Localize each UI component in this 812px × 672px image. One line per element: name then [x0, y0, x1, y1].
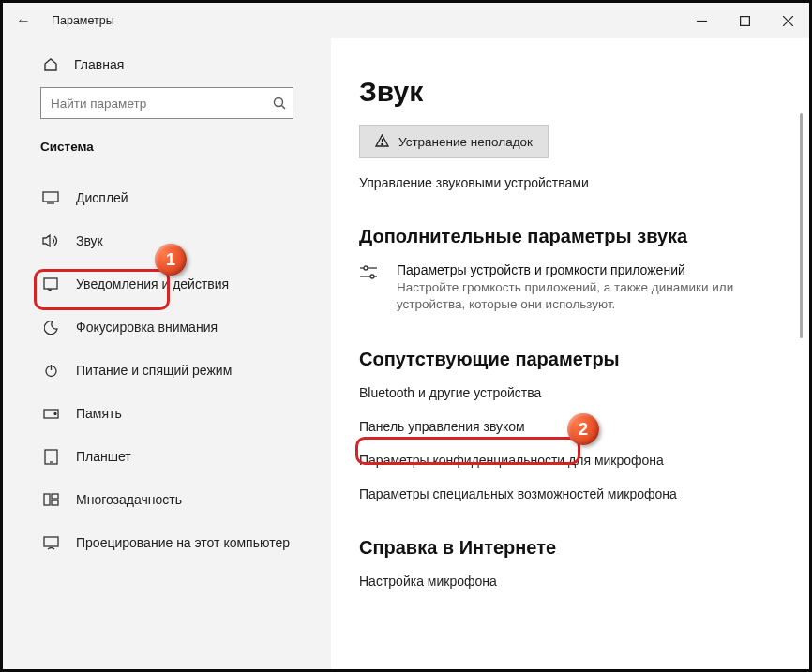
speaker-icon: [42, 233, 59, 248]
settings-window: ← Параметры Главная: [0, 0, 812, 672]
link-mic-ease[interactable]: Параметры специальных возможностей микро…: [359, 486, 809, 501]
window-title: Параметры: [37, 14, 114, 27]
scroll-thumb[interactable]: [800, 113, 803, 338]
close-icon: [783, 16, 793, 26]
svg-point-22: [364, 266, 368, 270]
svg-rect-16: [52, 494, 58, 499]
sidebar-home[interactable]: Главная: [3, 52, 331, 87]
sidebar-item-label: Планшет: [76, 449, 131, 464]
titlebar: ← Параметры: [3, 3, 809, 38]
moon-icon: [42, 321, 59, 335]
page-title: Звук: [359, 76, 809, 108]
sidebar-item-label: Звук: [76, 233, 103, 248]
link-bluetooth[interactable]: Bluetooth и другие устройства: [359, 385, 809, 400]
app-volume-row[interactable]: Параметры устройств и громкости приложен…: [359, 262, 809, 313]
sidebar-item-label: Фокусировка внимания: [76, 320, 218, 335]
notifications-icon: [42, 276, 59, 291]
sidebar-item-label: Память: [76, 406, 122, 421]
minimize-icon: [697, 16, 707, 26]
sidebar-item-focus[interactable]: Фокусировка внимания: [3, 306, 331, 349]
svg-point-4: [275, 98, 283, 107]
svg-rect-6: [43, 192, 58, 202]
app-volume-desc: Настройте громкость приложений, а также …: [397, 279, 753, 313]
sidebar-nav: Дисплей Звук Уведомления и действия Фоку…: [3, 163, 331, 564]
svg-line-5: [282, 106, 286, 110]
sidebar-item-label: Многозадачность: [76, 492, 182, 507]
multitask-icon: [42, 493, 59, 506]
advanced-heading: Дополнительные параметры звука: [359, 226, 809, 247]
monitor-icon: [42, 191, 59, 204]
app-volume-title: Параметры устройств и громкости приложен…: [397, 262, 753, 277]
help-heading: Справка в Интернете: [359, 537, 809, 559]
troubleshoot-button[interactable]: Устранение неполадок: [359, 125, 549, 158]
search-icon: [273, 87, 286, 119]
maximize-button[interactable]: [723, 3, 766, 38]
search-input[interactable]: [40, 87, 293, 119]
sidebar-item-power[interactable]: Питание и спящий режим: [3, 349, 331, 392]
main-content: Звук Устранение неполадок Управление зву…: [331, 38, 809, 669]
warning-icon: [375, 134, 389, 150]
sidebar-item-label: Дисплей: [76, 190, 128, 205]
svg-rect-17: [52, 500, 58, 505]
sidebar-item-display[interactable]: Дисплей: [3, 176, 331, 219]
sidebar-item-storage[interactable]: Память: [3, 392, 331, 435]
sidebar-item-notifications[interactable]: Уведомления и действия: [3, 262, 331, 306]
link-mic-setup[interactable]: Настройка микрофона: [359, 574, 809, 589]
search-container: [40, 87, 293, 119]
svg-rect-18: [44, 537, 58, 546]
back-button[interactable]: ←: [16, 12, 37, 29]
sidebar: Главная Система Дисплей Звук: [3, 38, 331, 669]
scrollbar[interactable]: [800, 38, 804, 669]
sidebar-item-tablet[interactable]: Планшет: [3, 435, 331, 478]
link-sound-panel[interactable]: Панель управления звуком: [359, 419, 809, 434]
maximize-icon: [740, 16, 750, 26]
link-mic-privacy[interactable]: Параметры конфиденциальности для микрофо…: [359, 453, 809, 468]
troubleshoot-label: Устранение неполадок: [398, 135, 533, 149]
related-heading: Сопутствующие параметры: [359, 349, 809, 370]
svg-point-20: [382, 143, 383, 144]
sliders-icon: [359, 262, 382, 286]
sidebar-item-label: Проецирование на этот компьютер: [76, 535, 290, 550]
sidebar-item-sound[interactable]: Звук: [3, 219, 331, 262]
related-links: Bluetooth и другие устройства Панель упр…: [359, 385, 809, 501]
svg-point-24: [370, 275, 374, 278]
manage-devices-link[interactable]: Управление звуковыми устройствами: [359, 175, 809, 190]
sidebar-item-label: Питание и спящий режим: [76, 363, 232, 378]
sidebar-item-label: Уведомления и действия: [76, 276, 229, 291]
svg-rect-8: [44, 278, 57, 289]
home-icon: [42, 57, 59, 72]
sidebar-item-multitask[interactable]: Многозадачность: [3, 478, 331, 521]
sidebar-item-projecting[interactable]: Проецирование на этот компьютер: [3, 521, 331, 564]
projecting-icon: [42, 536, 59, 550]
tablet-icon: [42, 449, 59, 465]
power-icon: [42, 364, 59, 378]
svg-rect-15: [44, 494, 50, 505]
sidebar-home-label: Главная: [74, 57, 124, 72]
minimize-button[interactable]: [680, 3, 723, 38]
sidebar-section-title: Система: [3, 140, 331, 163]
svg-point-12: [54, 412, 56, 414]
storage-icon: [42, 409, 59, 419]
svg-rect-1: [740, 16, 749, 25]
close-button[interactable]: [766, 3, 809, 38]
